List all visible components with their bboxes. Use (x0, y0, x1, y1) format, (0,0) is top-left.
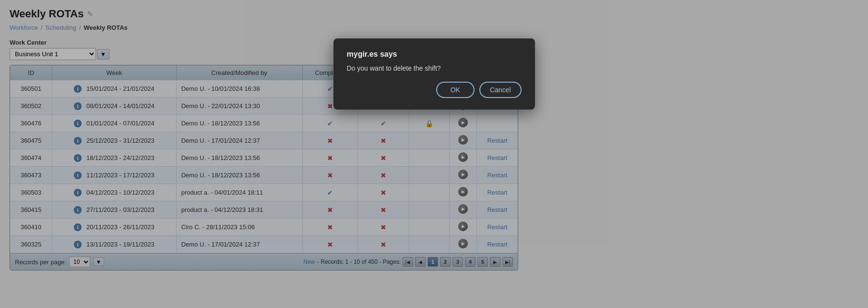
modal-cancel-button[interactable]: Cancel (479, 82, 522, 98)
modal-overlay: mygir.es says Do you want to delete the … (0, 0, 868, 308)
modal-dialog: mygir.es says Do you want to delete the … (333, 38, 535, 110)
modal-title: mygir.es says (347, 50, 522, 59)
modal-ok-button[interactable]: OK (436, 82, 475, 98)
modal-buttons: OK Cancel (347, 82, 522, 98)
modal-message: Do you want to delete the shift? (347, 64, 522, 72)
